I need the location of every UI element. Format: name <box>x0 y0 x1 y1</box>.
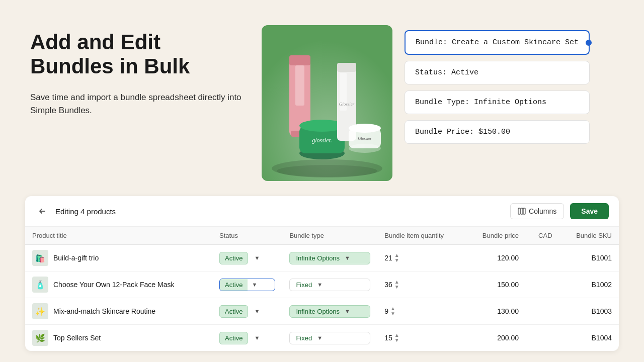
svg-rect-19 <box>518 208 520 214</box>
type-dropdown-arrow[interactable]: ▼ <box>345 255 350 261</box>
qty-value: 9 <box>384 307 388 315</box>
product-title-cell: 🌿 Top Sellers Set <box>25 325 212 351</box>
bundle-type-cell[interactable]: Fixed ▼ <box>282 325 377 351</box>
type-select[interactable]: Infinite Options ▼ <box>289 252 370 264</box>
type-select[interactable]: Fixed ▼ <box>289 332 370 344</box>
qty-wrapper[interactable]: 15 ▲ ▼ <box>384 333 458 343</box>
qty-value: 36 <box>384 281 392 289</box>
svg-text:Glossier: Glossier <box>358 136 372 141</box>
product-name: Mix-and-match Skincare Routine <box>53 307 155 315</box>
product-thumb: ✨ <box>32 303 48 319</box>
qty-stepper[interactable]: ▲ ▼ <box>394 253 399 263</box>
svg-point-16 <box>349 124 381 133</box>
type-badge: Infinite Options <box>294 307 342 316</box>
status-badge: Active <box>219 332 248 344</box>
qty-cell[interactable]: 9 ▲ ▼ <box>377 298 465 325</box>
col-bundle-type: Bundle type <box>282 227 377 245</box>
qty-down[interactable]: ▼ <box>394 258 399 263</box>
bundle-type-cell[interactable]: Infinite Options ▼ <box>282 245 377 272</box>
cad-cell <box>526 298 559 325</box>
svg-rect-20 <box>521 208 523 214</box>
status-dropdown-arrow[interactable]: ▼ <box>250 253 264 263</box>
table-row: 🛍️ Build-a-gift trio Active ▼ Infinite O… <box>25 245 619 272</box>
svg-text:glossier.: glossier. <box>312 137 332 144</box>
status-cell[interactable]: Active ▼ <box>212 272 282 298</box>
page-container: Add and Edit Bundles in Bulk Save time a… <box>0 0 644 362</box>
qty-cell[interactable]: 21 ▲ ▼ <box>377 245 465 272</box>
bundle-type-cell[interactable]: Fixed ▼ <box>282 272 377 298</box>
cad-cell <box>526 325 559 351</box>
qty-stepper[interactable]: ▲ ▼ <box>394 280 399 290</box>
qty-value: 15 <box>384 334 392 342</box>
qty-cell[interactable]: 15 ▲ ▼ <box>377 325 465 351</box>
type-dropdown-arrow[interactable]: ▼ <box>317 335 323 341</box>
bundle-price-card: Bundle Price: $150.00 <box>405 120 590 144</box>
table-toolbar: Editing 4 products Columns Save <box>25 196 619 227</box>
back-icon[interactable] <box>35 204 49 218</box>
type-select[interactable]: Fixed ▼ <box>289 279 370 291</box>
product-thumb: 🛍️ <box>32 250 48 266</box>
qty-stepper[interactable]: ▲ ▼ <box>394 333 399 343</box>
status-select[interactable]: Active ▼ <box>219 252 275 264</box>
products-table: Product title Status Bundle type Bundle … <box>25 227 619 351</box>
svg-rect-21 <box>523 208 525 214</box>
qty-down[interactable]: ▼ <box>394 285 399 290</box>
status-badge: Active <box>219 305 248 318</box>
qty-stepper[interactable]: ▲ ▼ <box>390 306 395 316</box>
status-select-focused[interactable]: Active ▼ <box>219 279 275 291</box>
qty-wrapper[interactable]: 36 ▲ ▼ <box>384 280 458 290</box>
sku-cell: B1002 <box>559 272 619 298</box>
sku-cell: B1003 <box>559 298 619 325</box>
status-dropdown-arrow[interactable]: ▼ <box>250 333 264 343</box>
table-row: 🌿 Top Sellers Set Active ▼ Fixed ▼ 15 ▲ … <box>25 325 619 351</box>
col-bundle-price: Bundle price <box>465 227 526 245</box>
product-cell: 🛍️ Build-a-gift trio <box>32 250 205 266</box>
bundle-type-text: Bundle Type: Infinite Options <box>415 98 546 107</box>
svg-rect-3 <box>289 55 310 65</box>
col-bundle-qty: Bundle item quantity <box>377 227 465 245</box>
qty-down[interactable]: ▼ <box>394 338 399 343</box>
product-thumb: 🌿 <box>32 330 48 346</box>
price-cell: 150.00 <box>465 272 526 298</box>
status-cell[interactable]: Active ▼ <box>212 325 282 351</box>
type-badge: Fixed <box>294 280 314 290</box>
qty-wrapper[interactable]: 9 ▲ ▼ <box>384 306 458 316</box>
bundle-type-cell[interactable]: Infinite Options ▼ <box>282 298 377 325</box>
svg-rect-11 <box>337 63 356 72</box>
main-heading: Add and Edit Bundles in Bulk <box>30 30 242 79</box>
col-product-title: Product title <box>25 227 212 245</box>
top-section: Add and Edit Bundles in Bulk Save time a… <box>0 0 644 196</box>
status-cell[interactable]: Active ▼ <box>212 298 282 325</box>
product-name: Top Sellers Set <box>53 334 101 342</box>
bundle-status-text: Status: Active <box>415 68 478 77</box>
product-title-cell: ✨ Mix-and-match Skincare Routine <box>25 298 212 325</box>
save-button[interactable]: Save <box>570 203 609 219</box>
qty-cell[interactable]: 36 ▲ ▼ <box>377 272 465 298</box>
left-content: Add and Edit Bundles in Bulk Save time a… <box>30 25 242 117</box>
columns-button[interactable]: Columns <box>510 203 564 219</box>
type-select[interactable]: Infinite Options ▼ <box>289 305 370 318</box>
product-cell: 🧴 Choose Your Own 12-Pack Face Mask <box>32 277 205 293</box>
qty-down[interactable]: ▼ <box>390 311 395 316</box>
product-name: Build-a-gift trio <box>53 254 99 262</box>
table-row: 🧴 Choose Your Own 12-Pack Face Mask Acti… <box>25 272 619 298</box>
type-dropdown-arrow[interactable]: ▼ <box>317 282 323 288</box>
product-image: glossier. Glossier Glossier <box>262 25 392 181</box>
product-name: Choose Your Own 12-Pack Face Mask <box>53 281 174 289</box>
status-select[interactable]: Active ▼ <box>219 332 275 344</box>
status-dropdown-arrow[interactable]: ▼ <box>250 306 264 316</box>
table-row: ✨ Mix-and-match Skincare Routine Active … <box>25 298 619 325</box>
status-dropdown-arrow[interactable]: ▼ <box>248 280 261 290</box>
svg-rect-4 <box>295 65 304 106</box>
status-cell[interactable]: Active ▼ <box>212 245 282 272</box>
qty-wrapper[interactable]: 21 ▲ ▼ <box>384 253 458 263</box>
editing-label: Editing 4 products <box>55 207 116 216</box>
info-cards: Bundle: Create a Custom Skincare Set Sta… <box>405 25 590 144</box>
type-dropdown-arrow[interactable]: ▼ <box>345 308 350 314</box>
bundle-type-card: Bundle Type: Infinite Options <box>405 90 590 114</box>
cad-cell <box>526 272 559 298</box>
price-cell: 120.00 <box>465 245 526 272</box>
col-bundle-sku: Bundle SKU <box>559 227 619 245</box>
sku-cell: B1001 <box>559 245 619 272</box>
status-select[interactable]: Active ▼ <box>219 305 275 318</box>
